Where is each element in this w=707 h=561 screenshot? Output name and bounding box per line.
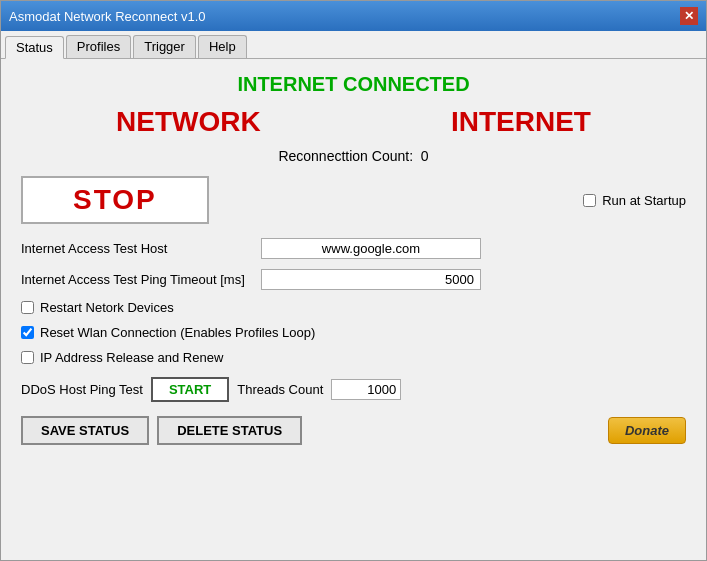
ip-release-checkbox[interactable] (21, 351, 34, 364)
bottom-row: SAVE STATUS DELETE STATUS Donate (21, 416, 686, 445)
network-label: NETWORK (116, 106, 261, 138)
tab-status[interactable]: Status (5, 36, 64, 59)
startup-row: Run at Startup (583, 193, 686, 208)
internet-status: INTERNET CONNECTED (21, 73, 686, 96)
donate-button[interactable]: Donate (608, 417, 686, 444)
ddos-row: DDoS Host Ping Test START Threads Count (21, 377, 686, 402)
save-status-button[interactable]: SAVE STATUS (21, 416, 149, 445)
internet-host-row: Internet Access Test Host (21, 238, 686, 259)
restart-network-row: Restart Netork Devices (21, 300, 686, 315)
run-at-startup-checkbox[interactable] (583, 194, 596, 207)
ping-timeout-input[interactable] (261, 269, 481, 290)
reset-wlan-checkbox[interactable] (21, 326, 34, 339)
internet-host-input[interactable] (261, 238, 481, 259)
main-content: INTERNET CONNECTED NETWORK INTERNET Reco… (1, 59, 706, 560)
tab-help[interactable]: Help (198, 35, 247, 58)
reconnect-count-label: Reconnecttion Count: (278, 148, 413, 164)
start-button[interactable]: START (151, 377, 229, 402)
run-at-startup-label: Run at Startup (602, 193, 686, 208)
ping-timeout-row: Internet Access Test Ping Timeout [ms] (21, 269, 686, 290)
network-row: NETWORK INTERNET (21, 106, 686, 138)
restart-network-checkbox[interactable] (21, 301, 34, 314)
reconnect-count-row: Reconnecttion Count: 0 (21, 148, 686, 164)
main-window: Asmodat Network Reconnect v1.0 ✕ Status … (0, 0, 707, 561)
stop-row: STOP Run at Startup (21, 176, 686, 224)
threads-label: Threads Count (237, 382, 323, 397)
internet-label: INTERNET (451, 106, 591, 138)
tab-trigger[interactable]: Trigger (133, 35, 196, 58)
window-title: Asmodat Network Reconnect v1.0 (9, 9, 206, 24)
reconnect-count-value: 0 (421, 148, 429, 164)
threads-input[interactable] (331, 379, 401, 400)
ddos-label: DDoS Host Ping Test (21, 382, 143, 397)
restart-network-label: Restart Netork Devices (40, 300, 174, 315)
close-button[interactable]: ✕ (680, 7, 698, 25)
stop-button[interactable]: STOP (21, 176, 209, 224)
delete-status-button[interactable]: DELETE STATUS (157, 416, 302, 445)
ip-release-row: IP Address Release and Renew (21, 350, 686, 365)
tab-bar: Status Profiles Trigger Help (1, 31, 706, 59)
ping-timeout-label: Internet Access Test Ping Timeout [ms] (21, 272, 261, 287)
internet-host-label: Internet Access Test Host (21, 241, 261, 256)
tab-profiles[interactable]: Profiles (66, 35, 131, 58)
ip-release-label: IP Address Release and Renew (40, 350, 223, 365)
reset-wlan-row: Reset Wlan Connection (Enables Profiles … (21, 325, 686, 340)
title-bar: Asmodat Network Reconnect v1.0 ✕ (1, 1, 706, 31)
reset-wlan-label: Reset Wlan Connection (Enables Profiles … (40, 325, 315, 340)
